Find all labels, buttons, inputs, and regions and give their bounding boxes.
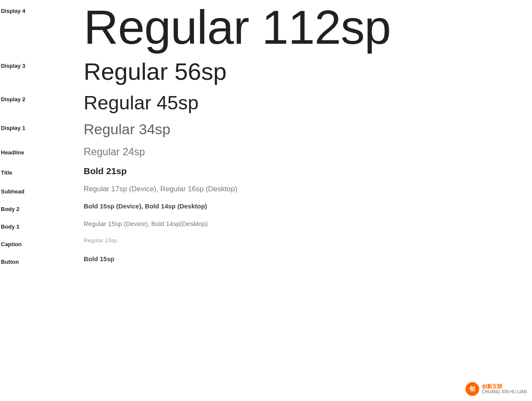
type-sample-display1: Regular 34sp bbox=[84, 121, 532, 138]
type-row-display3: Display 3Regular 56sp bbox=[0, 55, 532, 88]
type-label-subhead: Subhead bbox=[0, 184, 84, 195]
type-row-title: TitleBold 21sp bbox=[0, 162, 532, 180]
type-row-body2: Body 2Bold 15sp (Device), Bold 14sp (Des… bbox=[0, 198, 532, 216]
watermark-logo: 创 bbox=[466, 382, 479, 396]
type-sample-caption: Regular 13sp bbox=[84, 237, 532, 244]
type-label-button: Button bbox=[0, 254, 84, 265]
type-row-body1: Body 1Regular 15sp (Device), Bold 14sp(D… bbox=[0, 216, 532, 233]
type-sample-title: Bold 21sp bbox=[84, 165, 532, 177]
type-row-caption: CaptionRegular 13sp bbox=[0, 233, 532, 251]
type-label-display4: Display 4 bbox=[0, 3, 84, 14]
type-row-display4: Display 4Regular 112sp bbox=[0, 0, 532, 55]
type-label-body2: Body 2 bbox=[0, 202, 84, 212]
type-sample-subhead: Regular 17sp (Device), Regular 16sp (Des… bbox=[84, 184, 532, 194]
type-label-display1: Display 1 bbox=[0, 121, 84, 131]
type-sample-button: Bold 15sp bbox=[84, 254, 532, 263]
watermark-text: 创新互联CHUANG XIN HU LIAN bbox=[482, 383, 527, 395]
type-sample-body1: Regular 15sp (Device), Bold 14sp(Desktop… bbox=[84, 219, 532, 228]
type-row-display1: Display 1Regular 34sp bbox=[0, 117, 532, 142]
type-row-subhead: SubheadRegular 17sp (Device), Regular 16… bbox=[0, 181, 532, 198]
type-label-title: Title bbox=[0, 165, 84, 176]
type-row-display2: Display 2Regular 45sp bbox=[0, 88, 532, 118]
type-label-display3: Display 3 bbox=[0, 58, 84, 69]
type-label-body1: Body 1 bbox=[0, 219, 84, 230]
type-sample-display4: Regular 112sp bbox=[84, 3, 532, 51]
type-row-button: ButtonBold 15sp bbox=[0, 251, 532, 268]
watermark: 创 创新互联CHUANG XIN HU LIAN bbox=[466, 382, 527, 396]
type-row-headline: HeadlineRegular 24sp bbox=[0, 142, 532, 162]
type-label-display2: Display 2 bbox=[0, 92, 84, 103]
type-label-headline: Headline bbox=[0, 145, 84, 156]
type-label-caption: Caption bbox=[0, 237, 84, 247]
type-scale-page: Display 4Regular 112spDisplay 3Regular 5… bbox=[0, 0, 532, 286]
type-sample-display2: Regular 45sp bbox=[84, 92, 532, 114]
type-sample-display3: Regular 56sp bbox=[84, 58, 532, 85]
type-sample-headline: Regular 24sp bbox=[84, 145, 532, 158]
type-sample-body2: Bold 15sp (Device), Bold 14sp (Desktop) bbox=[84, 202, 532, 211]
